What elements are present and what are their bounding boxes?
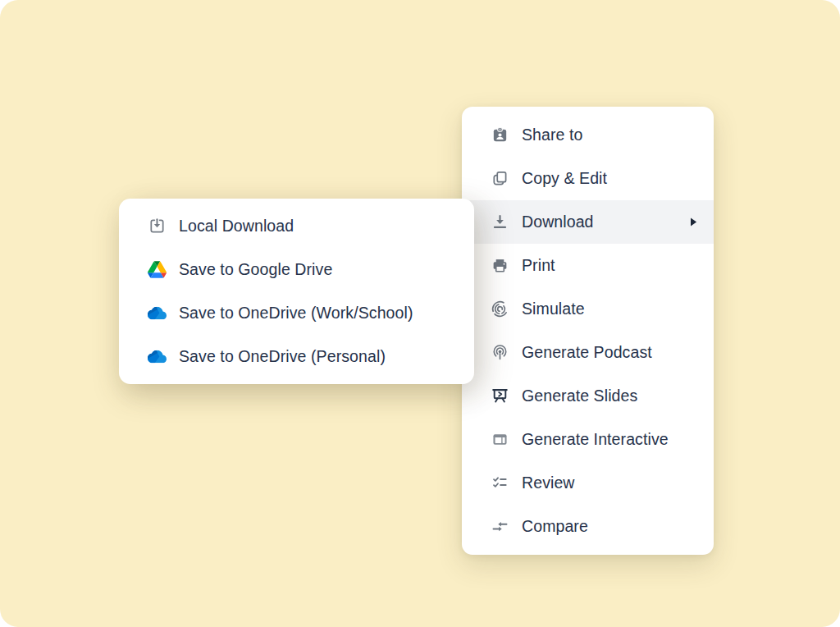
download-submenu: Local Download Save to Google Drive Save…: [119, 199, 474, 384]
menu-item-save-onedrive-work[interactable]: Save to OneDrive (Work/School): [119, 291, 474, 335]
printer-icon: [491, 256, 509, 275]
simulate-icon: [491, 300, 509, 318]
screen-background: Share to Copy & Edit Download Print Simu…: [0, 0, 840, 627]
share-badge-icon: [491, 126, 509, 144]
menu-item-generate-interactive[interactable]: Generate Interactive: [462, 418, 714, 461]
menu-item-generate-podcast[interactable]: Generate Podcast: [462, 331, 714, 374]
menu-item-save-onedrive-personal[interactable]: Save to OneDrive (Personal): [119, 335, 474, 378]
menu-item-label: Simulate: [522, 300, 585, 318]
menu-item-label: Local Download: [179, 217, 294, 236]
menu-item-print[interactable]: Print: [462, 244, 714, 287]
menu-item-label: Save to Google Drive: [179, 260, 332, 279]
compare-icon: [491, 517, 509, 536]
review-icon: [491, 474, 509, 492]
copy-icon: [491, 169, 509, 188]
menu-item-simulate[interactable]: Simulate: [462, 287, 714, 331]
menu-item-label: Copy & Edit: [522, 169, 607, 188]
menu-item-generate-slides[interactable]: Generate Slides: [462, 374, 714, 418]
menu-item-label: Compare: [522, 517, 588, 536]
menu-item-label: Download: [522, 213, 594, 231]
menu-item-label: Generate Interactive: [522, 430, 669, 449]
submenu-arrow-icon: [690, 217, 697, 227]
slides-icon: [491, 387, 509, 405]
menu-item-label: Share to: [522, 126, 583, 144]
onedrive-icon: [148, 347, 167, 366]
menu-item-local-download[interactable]: Local Download: [119, 204, 474, 248]
podcast-icon: [491, 343, 509, 362]
menu-item-copy-edit[interactable]: Copy & Edit: [462, 157, 714, 200]
menu-item-share-to[interactable]: Share to: [462, 113, 714, 157]
interactive-icon: [491, 430, 509, 449]
context-menu: Share to Copy & Edit Download Print Simu…: [462, 107, 714, 555]
menu-item-label: Print: [522, 256, 555, 275]
menu-item-download[interactable]: Download: [462, 200, 714, 244]
menu-item-review[interactable]: Review: [462, 461, 714, 505]
menu-item-label: Review: [522, 474, 575, 492]
onedrive-icon: [148, 304, 167, 323]
google-drive-icon: [148, 260, 167, 279]
menu-item-label: Save to OneDrive (Personal): [179, 347, 386, 366]
menu-item-label: Save to OneDrive (Work/School): [179, 304, 413, 323]
download-icon: [491, 213, 509, 231]
menu-item-label: Generate Podcast: [522, 343, 652, 362]
local-download-icon: [148, 217, 167, 236]
menu-item-compare[interactable]: Compare: [462, 505, 714, 548]
menu-item-label: Generate Slides: [522, 387, 637, 405]
menu-item-save-google-drive[interactable]: Save to Google Drive: [119, 248, 474, 291]
